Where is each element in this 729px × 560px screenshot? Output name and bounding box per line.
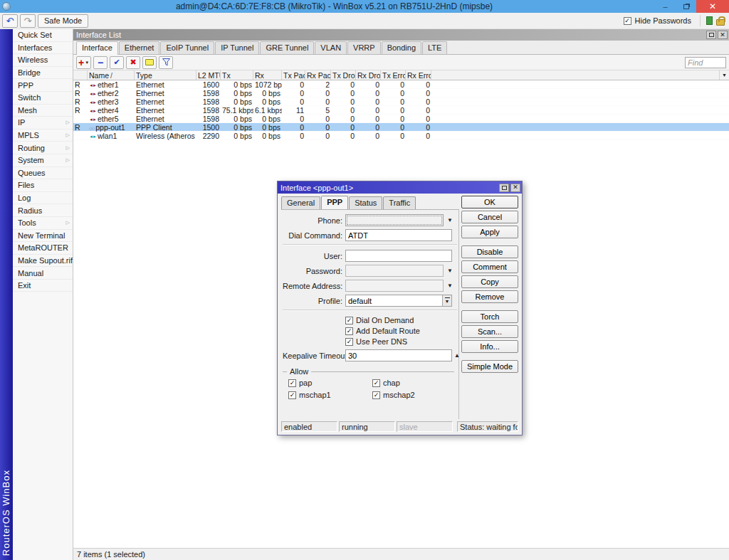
apply-button[interactable]: Apply — [461, 226, 518, 238]
tab-bonding[interactable]: Bonding — [382, 41, 421, 54]
table-row-ether2[interactable]: R◄►ether2Ethernet15980 bps0 bps000000 — [73, 89, 729, 97]
sidebar-item-quick-set[interactable]: Quick Set — [13, 29, 73, 42]
checkbox-mschap2[interactable]: ✓mschap2 — [372, 390, 457, 400]
sidebar-item-new-terminal[interactable]: New Terminal — [13, 230, 73, 243]
user-field[interactable] — [345, 250, 452, 262]
enable-button[interactable]: ✔ — [110, 56, 124, 69]
column-header-l2-mtu[interactable]: L2 MTU — [196, 70, 221, 80]
remove-button[interactable]: Remove — [461, 290, 518, 303]
table-row-wlan1[interactable]: ◄►wlan1Wireless (Atheros 11N)22900 bps0 … — [73, 132, 729, 140]
tab-vlan[interactable]: VLAN — [315, 41, 347, 54]
torch-button[interactable]: Torch — [461, 310, 518, 323]
table-row-ether1[interactable]: R◄►ether1Ethernet16000 bps1072 bps020000 — [73, 80, 729, 89]
dialog-tab-ppp[interactable]: PPP — [321, 196, 348, 210]
table-row-ether5[interactable]: ◄►ether5Ethernet15980 bps0 bps000000 — [73, 115, 729, 123]
disable-button[interactable]: Disable — [461, 245, 518, 258]
column-header-tx-pac[interactable]: Tx Pac... — [282, 70, 305, 80]
dialog-tab-general[interactable]: General — [281, 196, 320, 209]
sidebar-item-system[interactable]: System▷ — [13, 154, 73, 167]
disable-button[interactable]: ✖ — [126, 56, 140, 69]
keepalive-up-icon[interactable]: ▲ — [454, 352, 460, 359]
sidebar-item-interfaces[interactable]: Interfaces — [13, 42, 73, 55]
filter-button[interactable] — [159, 56, 173, 69]
column-select-icon[interactable]: ▼ — [719, 70, 729, 80]
table-row-ppp-out1[interactable]: R◇◇ppp-out1PPP Client15000 bps0 bps00000… — [73, 123, 729, 132]
ok-button[interactable]: OK — [461, 196, 518, 208]
tab-vrrp[interactable]: VRRP — [347, 41, 381, 54]
sidebar-item-ip[interactable]: IP▷ — [13, 117, 73, 130]
remote-address-dropdown-icon[interactable]: ▼ — [446, 282, 454, 289]
sidebar-item-exit[interactable]: Exit — [13, 280, 73, 292]
simple-mode-button[interactable]: Simple Mode — [461, 360, 518, 373]
password-dropdown-icon[interactable]: ▼ — [446, 268, 454, 274]
checkbox-use-peer-dns[interactable]: ✓Use Peer DNS — [345, 337, 457, 347]
safe-mode-button[interactable]: Safe Mode — [38, 14, 88, 28]
column-header-flag[interactable] — [73, 70, 88, 80]
checkbox-chap[interactable]: ✓chap — [372, 378, 457, 388]
column-header-rx[interactable]: Rx — [253, 70, 282, 80]
comment-button[interactable] — [142, 56, 157, 69]
hide-passwords-checkbox[interactable]: ✓ — [624, 17, 631, 25]
column-header-rx-errors[interactable]: Rx Errors — [406, 70, 431, 80]
profile-combo-icon[interactable]: ▼ — [442, 295, 451, 306]
tab-interface[interactable]: Interface — [76, 41, 118, 55]
remove-button[interactable]: − — [93, 56, 107, 69]
table-row-ether4[interactable]: R◄►ether4Ethernet159875.1 kbps6.1 kbps11… — [73, 106, 729, 115]
tab-eoip-tunnel[interactable]: EoIP Tunnel — [160, 41, 214, 54]
sidebar-item-queues[interactable]: Queues — [13, 167, 73, 180]
dial-command-field[interactable] — [345, 229, 452, 241]
column-header-tx-drops[interactable]: Tx Drops — [331, 70, 356, 80]
column-header-rx-drops[interactable]: Rx Drops — [356, 70, 381, 80]
column-header-type[interactable]: Type — [135, 70, 196, 80]
column-header-tx[interactable]: Tx — [221, 70, 253, 80]
checkbox-dial-on-demand[interactable]: ✓Dial On Demand — [345, 315, 457, 325]
sidebar-item-ppp[interactable]: PPP — [13, 79, 73, 92]
restore-button[interactable] — [676, 0, 696, 13]
sidebar-item-manual[interactable]: Manual — [13, 267, 73, 280]
sidebar-item-metarouter[interactable]: MetaROUTER — [13, 242, 73, 255]
column-header-tx-errors[interactable]: Tx Errors — [381, 70, 406, 80]
sidebar-item-bridge[interactable]: Bridge — [13, 67, 73, 80]
tab-ip-tunnel[interactable]: IP Tunnel — [215, 41, 259, 54]
close-button[interactable]: ✕ — [696, 0, 729, 13]
redo-button[interactable]: ↷ — [20, 14, 36, 28]
cancel-button[interactable]: Cancel — [461, 211, 518, 223]
checkbox-add-default-route[interactable]: ✓Add Default Route — [345, 326, 457, 336]
sidebar-item-mpls[interactable]: MPLS▷ — [13, 130, 73, 142]
undo-button[interactable]: ↶ — [2, 14, 18, 28]
interface-list-close-button[interactable]: ✕ — [718, 31, 728, 39]
add-button[interactable]: +▼ — [76, 56, 91, 69]
password-field[interactable] — [345, 265, 444, 277]
copy-button[interactable]: Copy — [461, 275, 518, 288]
sidebar-item-mesh[interactable]: Mesh — [13, 105, 73, 117]
sidebar-item-tools[interactable]: Tools▷ — [13, 217, 73, 230]
remote-address-field[interactable] — [345, 280, 444, 292]
interface-list-restore-button[interactable] — [706, 31, 716, 39]
sidebar-item-routing[interactable]: Routing▷ — [13, 142, 73, 154]
sidebar-item-files[interactable]: Files — [13, 179, 73, 192]
sidebar-item-wireless[interactable]: Wireless — [13, 54, 73, 67]
tab-gre-tunnel[interactable]: GRE Tunnel — [260, 41, 314, 54]
keepalive-field[interactable] — [345, 349, 452, 361]
dialog-tab-status[interactable]: Status — [349, 196, 382, 209]
sidebar-item-make-supout-rif[interactable]: Make Supout.rif — [13, 255, 73, 268]
find-input[interactable] — [685, 57, 726, 68]
checkbox-pap[interactable]: ✓pap — [288, 378, 372, 388]
sidebar-item-switch[interactable]: Switch — [13, 92, 73, 105]
info-button[interactable]: Info... — [461, 340, 518, 353]
profile-field[interactable] — [345, 295, 452, 307]
scan-button[interactable]: Scan... — [461, 325, 518, 338]
phone-dropdown-icon[interactable]: ▼ — [446, 217, 454, 223]
tab-lte[interactable]: LTE — [422, 41, 447, 54]
column-header-rx-pac[interactable]: Rx Pac... — [305, 70, 331, 80]
minimize-button[interactable]: – — [655, 0, 676, 13]
tab-ethernet[interactable]: Ethernet — [119, 41, 160, 54]
sidebar-item-radius[interactable]: Radius — [13, 204, 73, 217]
comment-button[interactable]: Comment — [461, 260, 518, 273]
phone-field[interactable] — [345, 214, 444, 226]
dialog-tab-traffic[interactable]: Traffic — [383, 196, 416, 209]
dialog-close-button[interactable]: ✕ — [510, 184, 520, 192]
table-row-ether3[interactable]: R◄►ether3Ethernet15980 bps0 bps000000 — [73, 97, 729, 106]
column-header-name[interactable]: Name/ — [88, 70, 135, 80]
sidebar-item-log[interactable]: Log — [13, 192, 73, 205]
